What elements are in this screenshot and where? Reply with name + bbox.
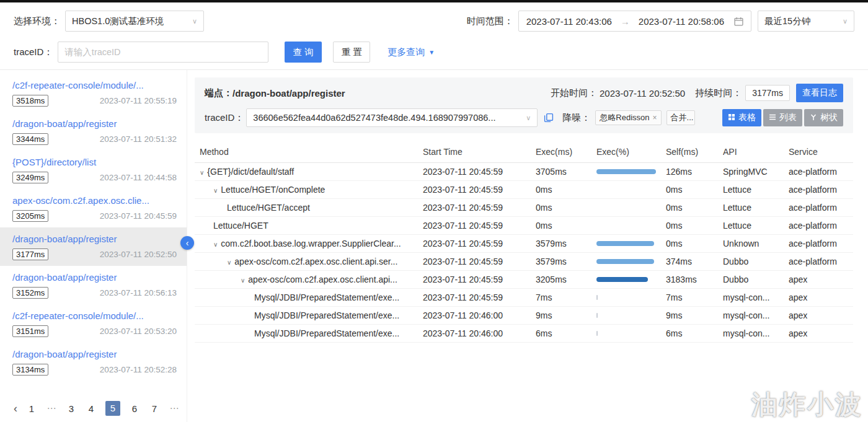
- trace-timestamp: 2023-07-11 20:52:50: [100, 250, 177, 259]
- trace-path-link[interactable]: /dragon-boat/app/register: [12, 349, 177, 359]
- traceid-input[interactable]: [58, 42, 268, 63]
- trace-meta: 3152ms2023-07-11 20:56:13: [12, 287, 177, 299]
- pagination-page[interactable]: 6: [129, 403, 140, 414]
- env-label: 选择环境：: [14, 15, 60, 27]
- trace-list: /c2f-repeater-console/module/...3518ms20…: [0, 74, 187, 396]
- trace-path-link[interactable]: {POST}/directory/list: [12, 157, 177, 167]
- pagination-prev-icon[interactable]: ‹: [14, 403, 17, 414]
- traceid-select-value: 36606e562fea44d0a62d527473fe48de.494.168…: [253, 113, 521, 123]
- trace-list-item[interactable]: /dragon-boat/app/register3134ms2023-07-1…: [0, 343, 187, 381]
- pagination-page[interactable]: 1: [26, 403, 37, 414]
- env-select[interactable]: HBOS1.0测试基准环境 ∨: [65, 11, 204, 32]
- start-time-cell: 2023-07-11 20:45:59: [423, 257, 536, 266]
- expand-caret-icon[interactable]: ∨: [200, 169, 204, 176]
- more-query-link[interactable]: 更多查询 ▼: [388, 46, 435, 58]
- table-row[interactable]: Mysql/JDBI/PreparedStatement/exe...2023-…: [195, 325, 853, 343]
- method-cell: Mysql/JDBI/PreparedStatement/exe...: [195, 328, 423, 338]
- start-time-cell: 2023-07-11 20:45:59: [423, 221, 536, 231]
- trace-list-item[interactable]: {POST}/directory/list3249ms2023-07-11 20…: [0, 151, 187, 189]
- table-row[interactable]: ∨Lettuce/HGET/onComplete2023-07-11 20:45…: [195, 181, 853, 199]
- trace-path-link[interactable]: apex-osc/com.c2f.apex.osc.clie...: [12, 195, 177, 206]
- trace-meta: 3177ms2023-07-11 20:52:50: [12, 248, 177, 260]
- table-row[interactable]: Mysql/JDBI/PreparedStatement/exe...2023-…: [195, 307, 853, 325]
- trace-path-link[interactable]: /dragon-boat/app/register: [12, 234, 177, 244]
- api-cell: Lettuce: [723, 185, 789, 195]
- table-column-header: Method: [195, 147, 423, 157]
- view-log-button[interactable]: 查看日志: [796, 84, 843, 102]
- method-name: Lettuce/HGET: [213, 221, 268, 231]
- trace-path-link[interactable]: /dragon-boat/app/register: [12, 272, 177, 283]
- exec-ms-cell: 3205ms: [536, 275, 596, 284]
- self-ms-cell: 126ms: [666, 167, 723, 177]
- exec-pct-cell: [596, 259, 666, 264]
- view-list-button[interactable]: 列表: [763, 109, 802, 126]
- exec-bar-track: [596, 277, 656, 282]
- expand-caret-icon[interactable]: ∨: [213, 241, 218, 248]
- content-area: /c2f-repeater-console/module/...3518ms20…: [0, 70, 868, 422]
- exec-pct-cell: [596, 169, 666, 174]
- trace-path-link[interactable]: /c2f-repeater-console/module/...: [12, 310, 177, 321]
- filter-row-traceid: traceID： 查 询 重 置 更多查询 ▼: [14, 41, 854, 63]
- duration-badge: 3249ms: [12, 172, 48, 183]
- close-icon[interactable]: ×: [653, 113, 657, 122]
- time-range-picker[interactable]: 2023-07-11 20:43:06 → 2023-07-11 20:58:0…: [518, 11, 751, 32]
- traceid-select[interactable]: 36606e562fea44d0a62d527473fe48de.494.168…: [246, 108, 538, 127]
- view-table-button[interactable]: 表格: [722, 109, 761, 126]
- pagination-page[interactable]: 4: [86, 403, 97, 414]
- pagination-page[interactable]: 3: [66, 403, 77, 414]
- table-row[interactable]: ∨apex-osc/com.c2f.apex.osc.client.api...…: [195, 271, 853, 289]
- noise-tag-redisson: 忽略Redisson ×: [595, 110, 661, 125]
- trace-list-item[interactable]: /c2f-repeater-console/module/...3151ms20…: [0, 304, 187, 343]
- arrow-right-icon: →: [621, 16, 630, 27]
- self-ms-cell: 0ms: [666, 203, 723, 213]
- reset-button[interactable]: 重 置: [333, 42, 370, 63]
- trace-list-item[interactable]: /dragon-boat/app/register3344ms2023-07-1…: [0, 112, 187, 151]
- table-row[interactable]: ∨{GET}/dict/default/staff2023-07-11 20:4…: [195, 163, 853, 181]
- service-cell: ace-platform: [789, 239, 853, 248]
- trace-meta: 3518ms2023-07-11 20:55:19: [12, 95, 177, 107]
- expand-caret-icon[interactable]: ∨: [213, 187, 218, 194]
- trace-list-item[interactable]: apex-osc/com.c2f.apex.osc.clie...3205ms2…: [0, 189, 187, 227]
- self-ms-cell: 374ms: [666, 257, 723, 266]
- query-button[interactable]: 查 询: [285, 42, 322, 63]
- method-name: Mysql/JDBI/PreparedStatement/exe...: [254, 310, 399, 320]
- trace-list-item[interactable]: /c2f-repeater-console/module/...3518ms20…: [0, 74, 187, 112]
- table-column-header: Exec(%): [596, 147, 666, 157]
- api-cell: Dubbo: [723, 275, 789, 284]
- time-preset-select[interactable]: 最近15分钟 ∨: [758, 11, 854, 32]
- pagination-ellipsis[interactable]: ⋯: [46, 403, 57, 414]
- expand-caret-icon[interactable]: ∨: [241, 277, 245, 284]
- table-row[interactable]: Mysql/JDBI/PreparedStatement/exe...2023-…: [195, 289, 853, 307]
- method-name: {GET}/dict/default/staff: [207, 167, 294, 177]
- table-row[interactable]: Lettuce/HGET2023-07-11 20:45:590ms0msLet…: [195, 217, 853, 235]
- trace-path-link[interactable]: /c2f-repeater-console/module/...: [12, 80, 177, 90]
- self-ms-cell: 6ms: [666, 328, 723, 338]
- exec-pct-cell: [596, 313, 666, 318]
- exec-bar-track: [596, 295, 656, 300]
- trace-timestamp: 2023-07-11 20:51:32: [100, 134, 177, 144]
- exec-bar: [596, 169, 656, 174]
- trace-timestamp: 2023-07-11 20:52:28: [100, 365, 177, 374]
- method-cell: Mysql/JDBI/PreparedStatement/exe...: [195, 310, 423, 320]
- duration-badge: 3134ms: [12, 364, 48, 376]
- copy-icon[interactable]: [544, 113, 554, 123]
- view-tree-button[interactable]: 树状: [804, 109, 843, 126]
- trace-list-item[interactable]: /dragon-boat/app/register3177ms2023-07-1…: [0, 227, 187, 266]
- table-row[interactable]: ∨apex-osc/com.c2f.apex.osc.client.api.se…: [195, 253, 853, 271]
- start-time-cell: 2023-07-11 20:45:59: [423, 239, 536, 248]
- duration-label: 持续时间：: [695, 87, 742, 99]
- pagination-page[interactable]: 5: [105, 401, 120, 416]
- trace-list-item[interactable]: /dragon-boat/app/register3152ms2023-07-1…: [0, 266, 187, 304]
- time-end-value[interactable]: 2023-07-11 20:58:06: [639, 16, 724, 27]
- trace-path-link[interactable]: /dragon-boat/app/register: [12, 118, 177, 129]
- pagination-ellipsis[interactable]: ⋯: [169, 403, 180, 414]
- duration-badge: 3151ms: [12, 325, 48, 337]
- pagination-page[interactable]: 7: [149, 403, 160, 414]
- table-row[interactable]: Lettuce/HGET/accept2023-07-11 20:45:590m…: [195, 199, 853, 217]
- table-column-header: Start Time: [423, 147, 536, 157]
- table-row[interactable]: ∨com.c2f.boot.base.log.wrapper.SupplierC…: [195, 235, 853, 253]
- time-start-value[interactable]: 2023-07-11 20:43:06: [526, 16, 612, 27]
- exec-bar-track: [596, 331, 656, 336]
- sidebar-collapse-button[interactable]: ‹: [180, 236, 194, 250]
- expand-caret-icon[interactable]: ∨: [227, 259, 231, 266]
